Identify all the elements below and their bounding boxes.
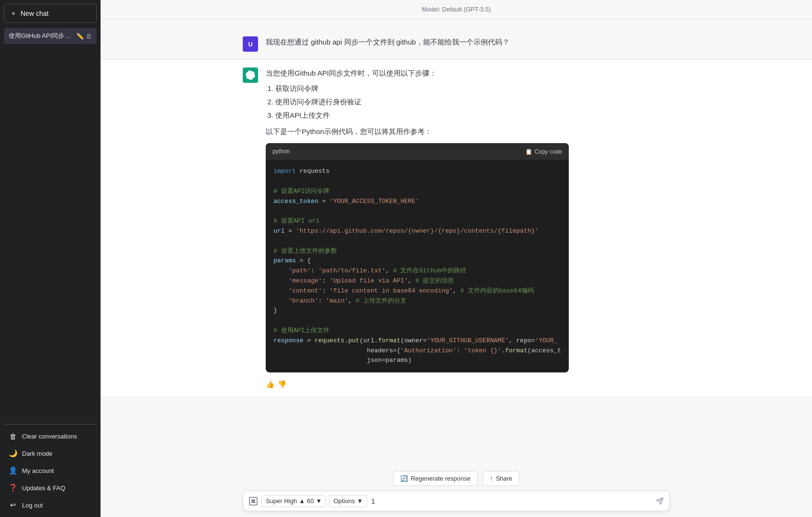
send-button[interactable] — [656, 497, 664, 505]
step-1: 获取访问令牌 — [275, 83, 569, 94]
trash-icon: 🗑 — [9, 432, 17, 440]
assistant-intro: 当您使用Github API同步文件时，可以使用以下步骤： — [266, 67, 569, 79]
step-2: 使用访问令牌进行身份验证 — [275, 96, 569, 108]
copy-label: Copy code — [535, 148, 562, 155]
action-bar: 🔄 Regenerate response ↑ Share — [243, 471, 670, 486]
chat-item[interactable]: 使用GitHub API同步文... ✏️ 🗑 — [4, 28, 97, 44]
code-intro: 以下是一个Python示例代码，您可以将其用作参考： — [266, 126, 569, 137]
regenerate-button[interactable]: 🔄 Regenerate response — [393, 471, 478, 486]
user-message-text: 我现在想通过 github api 同步一个文件到 github，能不能给我一个… — [266, 36, 670, 48]
main-panel: Model: Default (GPT-3.5) U 我现在想通过 github… — [101, 0, 812, 517]
gpt-avatar — [243, 67, 258, 83]
user-message-row: U 我现在想通过 github api 同步一个文件到 github，能不能给我… — [101, 29, 812, 59]
chat-item-label: 使用GitHub API同步文... — [9, 32, 73, 40]
assistant-message-content: 当您使用Github API同步文件时，可以使用以下步骤： 获取访问令牌 使用访… — [266, 67, 569, 378]
share-button[interactable]: ↑ Share — [483, 471, 519, 486]
quality-label: Super High — [266, 497, 297, 505]
assistant-steps: 获取访问令牌 使用访问令牌进行身份验证 使用API上传文件 — [266, 83, 569, 121]
quality-num: 60 — [307, 497, 314, 505]
regenerate-icon: 🔄 — [400, 475, 408, 482]
code-body: import requests # 设置API访问令牌 access_token… — [266, 160, 569, 372]
user-icon: 👤 — [9, 466, 17, 475]
dark-mode-label: Dark mode — [22, 450, 53, 457]
account-label: My account — [22, 467, 54, 474]
chevron-down-icon: ▼ — [316, 497, 322, 505]
input-row: Super High ▲ 60 ▼ Options ▼ — [243, 491, 670, 511]
assistant-message-wrapper: 当您使用Github API同步文件时，可以使用以下步骤： 获取访问令牌 使用访… — [266, 67, 569, 389]
copy-code-button[interactable]: 📋 Copy code — [525, 148, 562, 155]
chat-area: U 我现在想通过 github api 同步一个文件到 github，能不能给我… — [101, 19, 812, 517]
user-avatar: U — [243, 36, 258, 52]
step-3: 使用API上传文件 — [275, 110, 569, 121]
bottom-bar: 🔄 Regenerate response ↑ Share Super High… — [101, 465, 812, 517]
stop-button[interactable] — [249, 497, 258, 506]
sidebar: ＋ New chat 使用GitHub API同步文... ✏️ 🗑 🗑 Cle… — [0, 0, 101, 517]
sidebar-item-account[interactable]: 👤 My account — [4, 462, 97, 479]
quality-selector[interactable]: Super High ▲ 60 ▼ — [261, 495, 326, 507]
thumbs-up-button[interactable]: 👍 — [266, 380, 275, 389]
chat-item-icons: ✏️ 🗑 — [76, 33, 92, 40]
code-lang: python — [272, 147, 290, 156]
new-chat-button[interactable]: ＋ New chat — [4, 4, 97, 23]
options-label: Options — [333, 497, 355, 505]
send-icon — [656, 497, 664, 505]
regenerate-label: Regenerate response — [411, 475, 471, 482]
logout-icon: ↩ — [9, 501, 17, 509]
delete-icon[interactable]: 🗑 — [86, 33, 92, 40]
updates-label: Updates & FAQ — [22, 484, 65, 492]
copy-icon: 📋 — [525, 148, 532, 155]
input-controls: Super High ▲ 60 ▼ Options ▼ — [261, 495, 367, 507]
model-label: Model: Default (GPT-3.5) — [101, 0, 812, 19]
sidebar-bottom: 🗑 Clear conversations 🌙 Dark mode 👤 My a… — [4, 424, 97, 513]
thumbs-down-button[interactable]: 👎 — [278, 380, 287, 389]
options-chevron-icon: ▼ — [357, 497, 363, 505]
sidebar-item-updates[interactable]: ❓ Updates & FAQ — [4, 480, 97, 496]
edit-icon[interactable]: ✏️ — [76, 33, 84, 40]
moon-icon: 🌙 — [9, 449, 17, 458]
code-header: python 📋 Copy code — [266, 143, 569, 160]
plus-icon: ＋ — [10, 9, 17, 18]
assistant-message-row: 当您使用Github API同步文件时，可以使用以下步骤： 获取访问令牌 使用访… — [101, 59, 812, 397]
share-label: Share — [496, 475, 512, 482]
logout-label: Log out — [22, 502, 43, 509]
options-button[interactable]: Options ▼ — [329, 495, 367, 507]
thumb-row: 👍 👎 — [266, 380, 569, 389]
code-block: python 📋 Copy code import requests # 设置A… — [266, 143, 569, 372]
clear-label: Clear conversations — [22, 433, 77, 440]
new-chat-label: New chat — [21, 10, 48, 17]
sidebar-item-clear[interactable]: 🗑 Clear conversations — [4, 428, 97, 444]
user-message-content: 我现在想通过 github api 同步一个文件到 github，能不能给我一个… — [266, 36, 670, 52]
chat-list: 使用GitHub API同步文... ✏️ 🗑 — [4, 28, 97, 424]
sidebar-item-logout[interactable]: ↩ Log out — [4, 497, 97, 513]
question-icon: ❓ — [9, 483, 17, 492]
chat-input[interactable] — [371, 497, 652, 505]
sidebar-item-dark-mode[interactable]: 🌙 Dark mode — [4, 445, 97, 461]
share-icon: ↑ — [490, 475, 493, 482]
chevron-up-icon: ▲ — [299, 497, 305, 505]
